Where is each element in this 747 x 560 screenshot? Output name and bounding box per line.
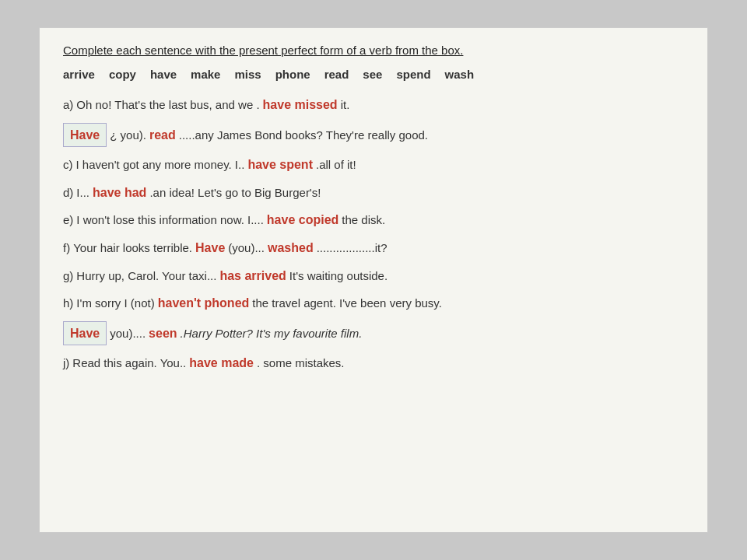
sentence-text: ..................it? [317, 239, 388, 257]
answer-text: Have [195, 238, 225, 258]
sentence-text: Your hair looks terrible. [73, 239, 192, 257]
answer-text: haven't phoned [158, 293, 250, 313]
sentence-row: d)I...have had.an idea! Let's go to Big … [63, 183, 684, 203]
word-box-item: have [150, 68, 177, 81]
word-box: arrivecopyhavemakemissphonereadseespendw… [63, 68, 684, 81]
sentence-text: .....any James Bond books? They're reall… [179, 126, 428, 145]
answer-text: have missed [263, 95, 338, 115]
sentences-container: a)Oh no! That's the last bus, and we .ha… [63, 95, 684, 373]
sentence-text: Oh no! That's the last bus, and we . [76, 96, 259, 114]
sentence-text: . some mistakes. [257, 354, 345, 373]
answer-text: has arrived [219, 266, 286, 286]
answer-box-text: Have [63, 123, 107, 148]
sentence-row: f)Your hair looks terrible.Have(you)...w… [63, 238, 684, 258]
answer-text: read [149, 125, 176, 145]
sentence-text: It's waiting outside. [289, 267, 388, 285]
word-box-item: spend [396, 68, 430, 81]
answer-text: have copied [267, 210, 338, 230]
sentence-row: Haveyou)....seen.Harry Potter? It's my f… [63, 321, 684, 346]
answer-text: washed [268, 238, 314, 258]
sentence-row: h)I'm sorry I (not)haven't phonedthe tra… [63, 293, 684, 313]
answer-text: have had [93, 183, 146, 203]
sentence-text: I haven't got any more money. I.. [76, 156, 245, 174]
answer-box-text: Have [63, 321, 107, 346]
sentence-row: c)I haven't got any more money. I..have … [63, 155, 684, 175]
answer-text: seen [149, 324, 177, 344]
sentence-label: j) [63, 354, 69, 373]
sentence-text: I... [76, 184, 89, 202]
word-box-item: read [324, 68, 349, 81]
word-box-item: wash [445, 68, 475, 81]
sentence-text: Read this again. You.. [72, 354, 186, 373]
sentence-label: d) [63, 184, 73, 202]
word-box-item: copy [109, 68, 136, 81]
sentence-text: you).... [110, 324, 146, 343]
word-box-item: make [191, 68, 220, 81]
sentence-text: .all of it! [316, 156, 356, 174]
sentence-text: I won't lose this information now. I.... [76, 211, 263, 229]
sentence-label: a) [63, 96, 73, 114]
word-box-item: see [363, 68, 382, 81]
sentence-text: .Harry Potter? It's my favourite film. [181, 324, 363, 343]
sentence-text: .an idea! Let's go to Big Burger's! [149, 184, 321, 202]
sentence-label: h) [63, 294, 73, 313]
sentence-text: the travel agent. I've been very busy. [252, 294, 442, 313]
sentence-label: f) [63, 239, 70, 257]
sentence-text: it. [341, 96, 350, 114]
instruction-text: Complete each sentence with the present … [63, 44, 684, 57]
word-box-item: miss [234, 68, 261, 81]
sentence-row: Have¿ you).read.....any James Bond books… [63, 123, 684, 148]
sentence-row: a)Oh no! That's the last bus, and we .ha… [63, 95, 684, 115]
sentence-label: g) [63, 267, 73, 285]
sentence-text: the disk. [342, 211, 385, 229]
word-box-item: phone [275, 68, 310, 81]
sentence-text: I'm sorry I (not) [76, 294, 154, 313]
sentence-row: g)Hurry up, Carol. Your taxi...has arriv… [63, 266, 684, 286]
sentence-text: Hurry up, Carol. Your taxi... [76, 267, 216, 285]
main-card: Complete each sentence with the present … [39, 27, 708, 533]
sentence-text: ¿ you). [110, 126, 146, 145]
answer-text: have spent [247, 155, 313, 175]
sentence-row: e)I won't lose this information now. I..… [63, 210, 684, 230]
sentence-label: c) [63, 156, 73, 174]
answer-text: have made [189, 353, 254, 373]
sentence-label: e) [63, 211, 73, 229]
sentence-text: (you)... [228, 239, 265, 257]
word-box-item: arrive [63, 68, 95, 81]
sentence-row: j)Read this again. You..have made. some … [63, 353, 684, 373]
